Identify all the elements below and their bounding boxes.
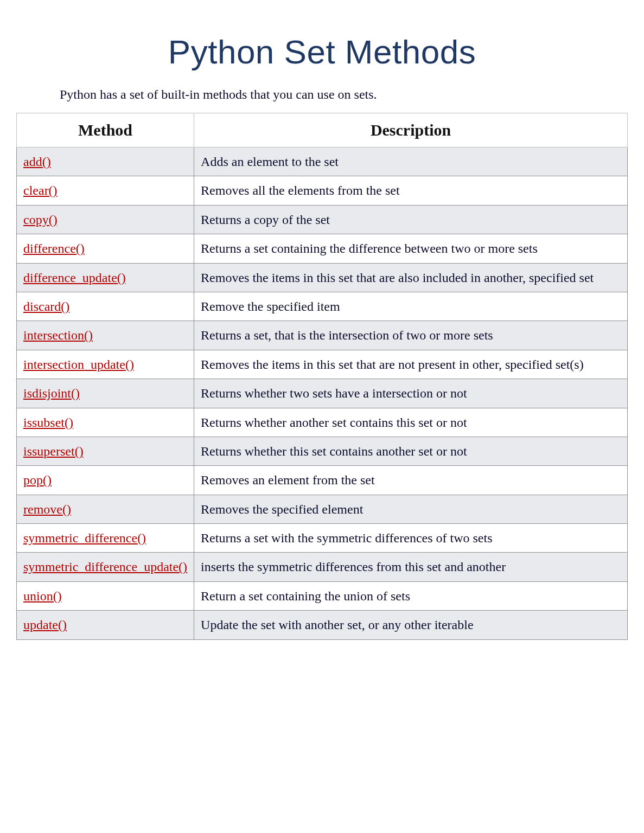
method-link[interactable]: isdisjoint() [23, 386, 80, 400]
table-row: intersection()Returns a set, that is the… [17, 321, 628, 350]
table-row: difference()Returns a set containing the… [17, 234, 628, 263]
method-cell: issuperset() [17, 437, 194, 465]
table-header-row: Method Description [17, 113, 628, 148]
method-link[interactable]: pop() [23, 473, 52, 487]
method-cell: discard() [17, 292, 194, 321]
description-cell: Returns whether another set contains thi… [194, 408, 628, 437]
table-row: issubset()Returns whether another set co… [17, 408, 628, 437]
description-cell: Removes the items in this set that are n… [194, 350, 628, 379]
method-link[interactable]: symmetric_difference_update() [23, 560, 187, 574]
description-cell: Removes an element from the set [194, 466, 628, 495]
page-title: Python Set Methods [16, 33, 628, 71]
table-row: discard()Remove the specified item [17, 292, 628, 321]
table-row: difference_update()Removes the items in … [17, 263, 628, 292]
table-row: union()Return a set containing the union… [17, 581, 628, 610]
method-link[interactable]: intersection() [23, 328, 93, 342]
description-cell: Returns a copy of the set [194, 205, 628, 234]
method-link[interactable]: remove() [23, 502, 71, 516]
method-link[interactable]: difference() [23, 241, 85, 255]
method-cell: symmetric_difference_update() [17, 553, 194, 581]
method-link[interactable]: issuperset() [23, 444, 84, 458]
method-cell: difference() [17, 234, 194, 263]
method-link[interactable]: discard() [23, 299, 69, 313]
description-cell: Removes all the elements from the set [194, 176, 628, 205]
table-row: symmetric_difference()Returns a set with… [17, 524, 628, 553]
table-row: issuperset()Returns whether this set con… [17, 437, 628, 465]
methods-table: Method Description add()Adds an element … [16, 113, 628, 640]
method-cell: pop() [17, 466, 194, 495]
header-description: Description [194, 113, 628, 148]
method-cell: copy() [17, 205, 194, 234]
method-cell: intersection() [17, 321, 194, 350]
method-link[interactable]: clear() [23, 183, 58, 197]
description-cell: Removes the specified element [194, 495, 628, 523]
method-link[interactable]: issubset() [23, 415, 73, 430]
method-link[interactable]: copy() [23, 213, 58, 227]
table-row: pop()Removes an element from the set [17, 466, 628, 495]
method-cell: symmetric_difference() [17, 524, 194, 553]
header-method: Method [17, 113, 194, 148]
intro-text: Python has a set of built-in methods tha… [60, 87, 628, 102]
table-row: isdisjoint()Returns whether two sets hav… [17, 379, 628, 408]
method-cell: remove() [17, 495, 194, 523]
table-row: clear()Removes all the elements from the… [17, 176, 628, 205]
method-cell: update() [17, 611, 194, 639]
method-link[interactable]: symmetric_difference() [23, 531, 146, 545]
table-row: update()Update the set with another set,… [17, 611, 628, 639]
description-cell: Removes the items in this set that are a… [194, 263, 628, 292]
description-cell: Update the set with another set, or any … [194, 611, 628, 639]
table-row: symmetric_difference_update()inserts the… [17, 553, 628, 581]
method-link[interactable]: union() [23, 589, 62, 603]
description-cell: Returns whether two sets have a intersec… [194, 379, 628, 408]
table-row: add()Adds an element to the set [17, 148, 628, 176]
description-cell: Returns a set, that is the intersection … [194, 321, 628, 350]
method-link[interactable]: add() [23, 155, 51, 169]
method-cell: add() [17, 148, 194, 176]
table-row: remove()Removes the specified element [17, 495, 628, 523]
table-row: copy()Returns a copy of the set [17, 205, 628, 234]
method-cell: issubset() [17, 408, 194, 437]
method-cell: union() [17, 581, 194, 610]
description-cell: Return a set containing the union of set… [194, 581, 628, 610]
method-link[interactable]: intersection_update() [23, 357, 134, 371]
method-link[interactable]: difference_update() [23, 271, 126, 285]
method-cell: isdisjoint() [17, 379, 194, 408]
description-cell: Returns a set containing the difference … [194, 234, 628, 263]
method-cell: difference_update() [17, 263, 194, 292]
description-cell: inserts the symmetric differences from t… [194, 553, 628, 581]
description-cell: Returns a set with the symmetric differe… [194, 524, 628, 553]
description-cell: Adds an element to the set [194, 148, 628, 176]
method-link[interactable]: update() [23, 618, 67, 632]
description-cell: Returns whether this set contains anothe… [194, 437, 628, 465]
table-row: intersection_update()Removes the items i… [17, 350, 628, 379]
method-cell: intersection_update() [17, 350, 194, 379]
description-cell: Remove the specified item [194, 292, 628, 321]
method-cell: clear() [17, 176, 194, 205]
